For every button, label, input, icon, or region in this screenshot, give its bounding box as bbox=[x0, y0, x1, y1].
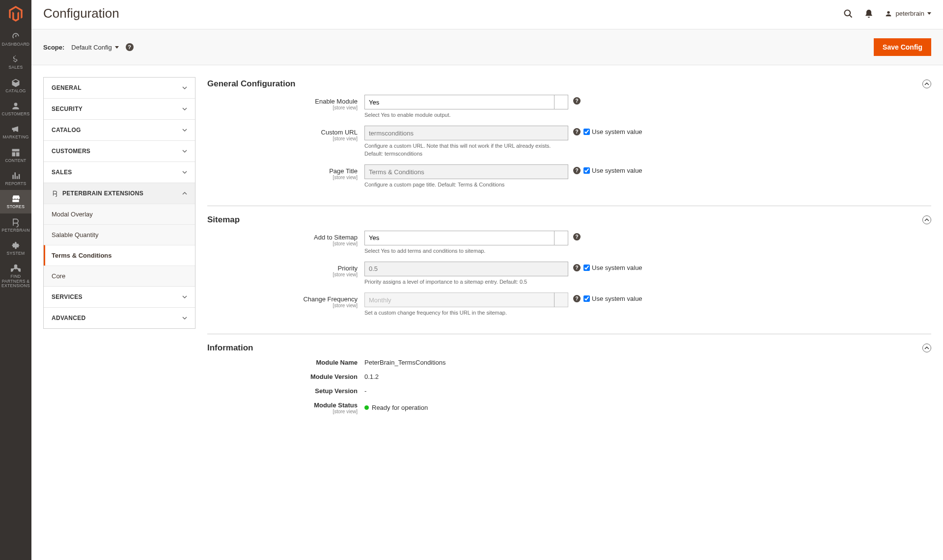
page-title: Configuration bbox=[43, 6, 119, 21]
nav-sales[interactable]: SALES bbox=[0, 51, 31, 74]
nav-partners[interactable]: FIND PARTNERS & EXTENSIONS bbox=[0, 260, 31, 292]
config-nav-general[interactable]: GENERAL bbox=[44, 78, 195, 98]
search-icon[interactable] bbox=[843, 9, 853, 19]
section-sitemap: Sitemap Add to Sitemap [store view] Yes … bbox=[207, 213, 931, 334]
help-icon[interactable]: ? bbox=[573, 128, 581, 135]
nav-content[interactable]: CONTENT bbox=[0, 144, 31, 167]
chevron-down-icon bbox=[182, 170, 187, 175]
gauge-icon bbox=[11, 31, 21, 41]
help-icon[interactable]: ? bbox=[573, 97, 581, 105]
section-information-header[interactable]: Information bbox=[207, 341, 931, 359]
collapse-icon bbox=[922, 215, 931, 224]
chevron-down-icon bbox=[182, 149, 187, 154]
gear-icon bbox=[11, 240, 21, 250]
chevron-down-icon bbox=[927, 12, 931, 15]
config-nav-security[interactable]: SECURITY bbox=[44, 99, 195, 119]
chevron-down-icon bbox=[182, 85, 187, 90]
subnav-modal-overlay[interactable]: Modal Overlay bbox=[44, 204, 195, 224]
page-title-input[interactable] bbox=[364, 164, 568, 179]
nav-customers[interactable]: CUSTOMERS bbox=[0, 97, 31, 120]
help-icon[interactable]: ? bbox=[573, 295, 581, 302]
module-name-value: PeterBrain_TermsConditions bbox=[364, 359, 445, 366]
section-information: Information Module Name PeterBrain_Terms… bbox=[207, 341, 931, 431]
help-icon[interactable]: ? bbox=[573, 167, 581, 174]
subnav-terms-conditions[interactable]: Terms & Conditions bbox=[44, 245, 195, 266]
dollar-icon bbox=[11, 54, 21, 64]
save-config-button[interactable]: Save Config bbox=[874, 38, 931, 56]
setup-version-label: Setup Version bbox=[207, 387, 364, 395]
status-dot-icon bbox=[364, 405, 369, 410]
person-icon bbox=[11, 101, 21, 111]
priority-note: Priority assigns a level of importance t… bbox=[364, 278, 568, 286]
config-nav-sales[interactable]: SALES bbox=[44, 162, 195, 183]
section-general-header[interactable]: General Configuration bbox=[207, 77, 931, 95]
scope-select[interactable]: Default Config bbox=[71, 44, 118, 51]
module-name-label: Module Name bbox=[207, 359, 364, 366]
chevron-up-icon bbox=[182, 191, 187, 196]
user-menu[interactable]: peterbrain bbox=[885, 10, 931, 18]
nav-dashboard[interactable]: DASHBOARD bbox=[0, 27, 31, 51]
config-nav-catalog[interactable]: CATALOG bbox=[44, 120, 195, 140]
magento-logo[interactable] bbox=[0, 0, 31, 27]
cube-icon bbox=[11, 78, 21, 88]
add-sitemap-label: Add to Sitemap bbox=[314, 234, 358, 241]
help-icon[interactable]: ? bbox=[573, 264, 581, 271]
subnav-core[interactable]: Core bbox=[44, 266, 195, 286]
partners-icon bbox=[11, 264, 21, 273]
chart-icon bbox=[11, 171, 21, 181]
module-version-value: 0.1.2 bbox=[364, 373, 379, 380]
chevron-down-icon bbox=[182, 316, 187, 320]
config-nav-advanced[interactable]: ADVANCED bbox=[44, 308, 195, 328]
scope-bar: Scope: Default Config ? Save Config bbox=[31, 29, 943, 65]
custom-url-label: Custom URL bbox=[321, 129, 358, 136]
nav-stores[interactable]: STORES bbox=[0, 190, 31, 213]
config-nav-services[interactable]: SERVICES bbox=[44, 287, 195, 307]
custom-url-use-system[interactable]: Use system value bbox=[583, 128, 642, 135]
username: peterbrain bbox=[895, 10, 924, 17]
frequency-note: Set a custom change frequency for this U… bbox=[364, 309, 568, 317]
megaphone-icon bbox=[11, 124, 21, 134]
priority-use-system[interactable]: Use system value bbox=[583, 264, 642, 271]
scope-label: Scope: bbox=[43, 44, 64, 51]
config-nav-peterbrain-ext[interactable]: PETERBRAIN EXTENSIONS bbox=[44, 183, 195, 204]
enable-module-select[interactable]: Yes bbox=[364, 95, 568, 109]
svg-point-0 bbox=[845, 10, 851, 16]
page-title-label: Page Title bbox=[329, 167, 358, 175]
add-sitemap-select[interactable]: Yes bbox=[364, 231, 568, 245]
pb-icon bbox=[52, 190, 58, 197]
frequency-use-system[interactable]: Use system value bbox=[583, 295, 642, 302]
collapse-icon bbox=[922, 80, 931, 88]
nav-marketing[interactable]: MARKETING bbox=[0, 120, 31, 143]
nav-reports[interactable]: REPORTS bbox=[0, 167, 31, 190]
setup-version-value: - bbox=[364, 387, 366, 395]
add-sitemap-note: Select Yes to add terms and conditions t… bbox=[364, 247, 568, 255]
notifications-icon[interactable] bbox=[864, 9, 874, 19]
priority-input[interactable] bbox=[364, 262, 568, 276]
page-title-use-system[interactable]: Use system value bbox=[583, 167, 642, 174]
custom-url-note: Configure a custom URL. Note that this w… bbox=[364, 142, 568, 158]
help-icon[interactable]: ? bbox=[573, 233, 581, 240]
nav-catalog[interactable]: CATALOG bbox=[0, 74, 31, 97]
config-nav-customers[interactable]: CUSTOMERS bbox=[44, 141, 195, 161]
frequency-label: Change Frequency bbox=[303, 295, 358, 303]
module-status-value: Ready for operation bbox=[364, 401, 428, 414]
subnav-salable-quantity[interactable]: Salable Quantity bbox=[44, 224, 195, 245]
frequency-select[interactable]: Monthly bbox=[364, 293, 568, 307]
svg-line-1 bbox=[850, 15, 852, 17]
page-header: Configuration peterbrain bbox=[31, 0, 943, 29]
chevron-down-icon bbox=[182, 128, 187, 133]
chevron-down-icon bbox=[182, 294, 187, 299]
admin-sidebar: DASHBOARD SALES CATALOG CUSTOMERS MARKET… bbox=[0, 0, 31, 450]
enable-module-note: Select Yes to enable module output. bbox=[364, 111, 568, 119]
nav-peterbrain[interactable]: PETERBRAIN bbox=[0, 213, 31, 237]
pb-icon bbox=[11, 217, 21, 227]
page-title-note: Configure a custom page title. Default: … bbox=[364, 181, 568, 188]
help-icon[interactable]: ? bbox=[126, 43, 134, 51]
chevron-down-icon bbox=[182, 107, 187, 111]
nav-system[interactable]: SYSTEM bbox=[0, 237, 31, 260]
module-status-label: Module Status [store view] bbox=[207, 401, 364, 414]
section-general: General Configuration Enable Module [sto… bbox=[207, 77, 931, 206]
section-sitemap-header[interactable]: Sitemap bbox=[207, 213, 931, 231]
custom-url-input[interactable] bbox=[364, 126, 568, 140]
enable-module-label: Enable Module bbox=[315, 98, 358, 105]
